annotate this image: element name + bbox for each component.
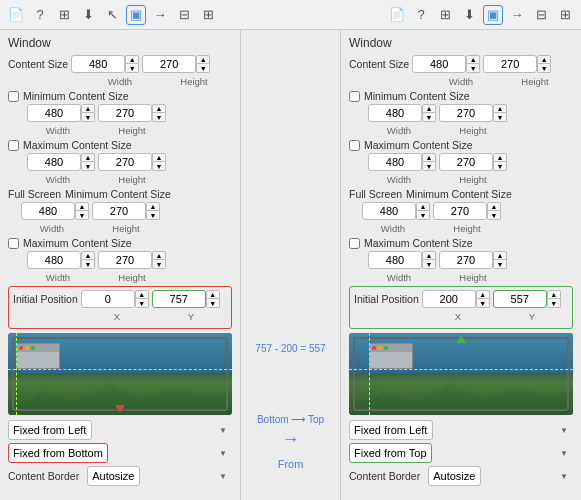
left-min-height-input[interactable]: [98, 104, 152, 122]
left-pos-y-stepper[interactable]: ▲▼: [206, 290, 220, 308]
table-icon[interactable]: ⊞: [198, 5, 218, 25]
right-fs-max-width-stepper[interactable]: ▲▼: [422, 251, 436, 269]
left-max-sublabels: Width Height: [10, 174, 232, 185]
left-height-input[interactable]: 270: [142, 55, 196, 73]
left-height-down[interactable]: ▼: [196, 64, 210, 73]
right-max-height-stepper[interactable]: ▲▼: [493, 153, 507, 171]
grid4-icon[interactable]: ⊟: [531, 5, 551, 25]
right-content-border-select[interactable]: Autosize: [428, 466, 481, 486]
right-initial-pos-row: Initial Position ▲▼ ▲▼: [354, 290, 568, 308]
left-max-height-label: Height: [105, 174, 159, 185]
right-min-height-stepper[interactable]: ▲▼: [493, 104, 507, 122]
left-pos-y-input[interactable]: [152, 290, 206, 308]
left-pos-x-group: ▲▼: [81, 290, 149, 308]
arrow-down2-icon[interactable]: ⬇: [459, 5, 479, 25]
right-min-width-stepper[interactable]: ▲▼: [422, 104, 436, 122]
right-fs-max-height-input[interactable]: [439, 251, 493, 269]
right-width-input[interactable]: [412, 55, 466, 73]
right-pos-x-stepper[interactable]: ▲▼: [476, 290, 490, 308]
right-fs-max-height-stepper[interactable]: ▲▼: [493, 251, 507, 269]
right-height-input[interactable]: [483, 55, 537, 73]
left-height-stepper[interactable]: ▲▼: [196, 55, 210, 73]
table2-icon[interactable]: ⊞: [555, 5, 575, 25]
right-fs-min-sublabels: Width Height: [351, 223, 573, 234]
left-fs-max-width-input[interactable]: [27, 251, 81, 269]
arrow-right-icon[interactable]: →: [150, 5, 170, 25]
toolbar: 📄 ? ⊞ ⬇ ↖ ▣ → ⊟ ⊞ 📄 ? ⊞ ⬇ ▣ → ⊟ ⊞: [0, 0, 581, 30]
left-dropdown1[interactable]: Fixed from Left: [8, 420, 92, 440]
right-fs-min-width-stepper[interactable]: ▲▼: [416, 202, 430, 220]
right-min-content-checkbox[interactable]: [349, 91, 360, 102]
grid2-icon[interactable]: ⊟: [174, 5, 194, 25]
left-min-height-stepper[interactable]: ▲▼: [152, 104, 166, 122]
left-dot-yellow: [25, 346, 29, 350]
left-width-down[interactable]: ▼: [125, 64, 139, 73]
grid3-icon[interactable]: ⊞: [435, 5, 455, 25]
left-height-up[interactable]: ▲: [196, 55, 210, 64]
left-min-height-group: ▲▼: [98, 104, 166, 122]
layout2-icon[interactable]: ▣: [483, 5, 503, 25]
left-max-height-input[interactable]: [98, 153, 152, 171]
right-max-content-checkbox[interactable]: [349, 140, 360, 151]
arrow-right2-icon[interactable]: →: [507, 5, 527, 25]
arrow-down-icon[interactable]: ⬇: [78, 5, 98, 25]
pointer-icon[interactable]: ↖: [102, 5, 122, 25]
question2-icon[interactable]: ?: [411, 5, 431, 25]
annotation-from-label: From: [278, 458, 304, 470]
right-min-height-input[interactable]: [439, 104, 493, 122]
right-max-height-input[interactable]: [439, 153, 493, 171]
left-fs-min-width-input[interactable]: [21, 202, 75, 220]
left-fs-max-width-stepper[interactable]: ▲▼: [81, 251, 95, 269]
left-fs-max-height-stepper[interactable]: ▲▼: [152, 251, 166, 269]
left-width-stepper[interactable]: ▲▼: [125, 55, 139, 73]
left-height-group: 270 ▲▼: [142, 55, 210, 73]
right-max-width-stepper[interactable]: ▲▼: [422, 153, 436, 171]
left-fs-min-width-stepper[interactable]: ▲▼: [75, 202, 89, 220]
right-min-width-group: ▲▼: [368, 104, 436, 122]
left-max-width-stepper[interactable]: ▲▼: [81, 153, 95, 171]
right-fs-min-width-label: Width: [366, 223, 420, 234]
left-content-border-label: Content Border: [8, 470, 79, 482]
left-pos-x-stepper[interactable]: ▲▼: [135, 290, 149, 308]
layout-icon[interactable]: ▣: [126, 5, 146, 25]
doc-icon[interactable]: 📄: [6, 5, 26, 25]
right-height-stepper[interactable]: ▲▼: [537, 55, 551, 73]
right-fs-min-height-input[interactable]: [433, 202, 487, 220]
left-max-width-input[interactable]: [27, 153, 81, 171]
left-fs-max-content-checkbox[interactable]: [8, 238, 19, 249]
right-pos-y-input[interactable]: [493, 290, 547, 308]
left-max-content-checkbox[interactable]: [8, 140, 19, 151]
left-width-up[interactable]: ▲: [125, 55, 139, 64]
left-dropdown2[interactable]: Fixed from Bottom: [8, 443, 108, 463]
left-pos-x-input[interactable]: [81, 290, 135, 308]
left-height-label: Height: [167, 76, 221, 87]
right-min-width-input[interactable]: [368, 104, 422, 122]
grid-icon[interactable]: ⊞: [54, 5, 74, 25]
doc2-icon[interactable]: 📄: [387, 5, 407, 25]
left-fs-min-height-stepper[interactable]: ▲▼: [146, 202, 160, 220]
right-dropdown1[interactable]: Fixed from Left: [349, 420, 433, 440]
left-fs-max-height-input[interactable]: [98, 251, 152, 269]
right-pos-y-stepper[interactable]: ▲▼: [547, 290, 561, 308]
right-fs-min-width-input[interactable]: [362, 202, 416, 220]
left-min-width-stepper[interactable]: ▲▼: [81, 104, 95, 122]
right-fs-max-content-checkbox[interactable]: [349, 238, 360, 249]
right-pos-x-input[interactable]: [422, 290, 476, 308]
right-fs-min-height-stepper[interactable]: ▲▼: [487, 202, 501, 220]
left-min-content-checkbox[interactable]: [8, 91, 19, 102]
right-width-stepper[interactable]: ▲▼: [466, 55, 480, 73]
right-fs-max-width-input[interactable]: [368, 251, 422, 269]
left-max-height-stepper[interactable]: ▲▼: [152, 153, 166, 171]
right-fs-max-height-group: ▲▼: [439, 251, 507, 269]
left-fs-min-height-input[interactable]: [92, 202, 146, 220]
question-icon[interactable]: ?: [30, 5, 50, 25]
right-size-labels: Width Height: [351, 76, 573, 87]
left-min-width-input[interactable]: [27, 104, 81, 122]
right-max-width-input[interactable]: [368, 153, 422, 171]
left-max-height-group: ▲▼: [98, 153, 166, 171]
left-content-border-select[interactable]: Autosize: [87, 466, 140, 486]
left-width-input[interactable]: 480: [71, 55, 125, 73]
left-fs-max-content-row: Maximum Content Size: [8, 237, 232, 249]
right-dropdown2[interactable]: Fixed from Top: [349, 443, 432, 463]
right-dropdown2-arrow: ▼: [560, 449, 568, 458]
